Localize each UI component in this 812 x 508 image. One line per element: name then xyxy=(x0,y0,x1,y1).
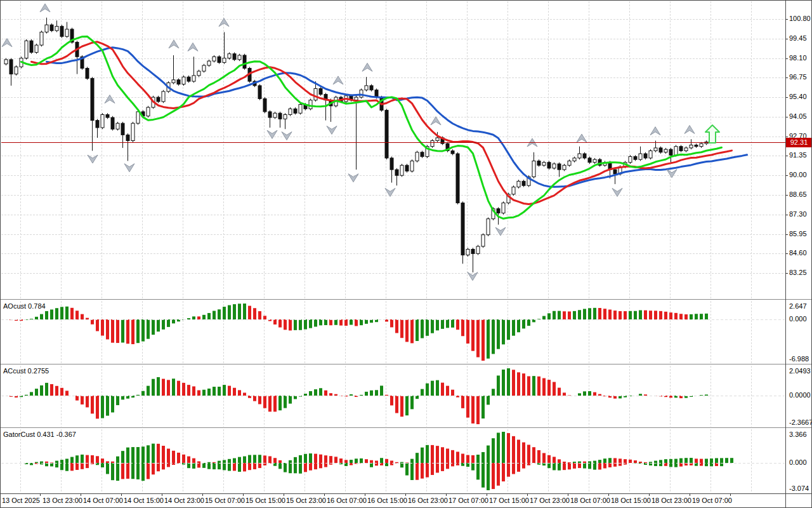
price-tick-label: 88.65 xyxy=(789,190,807,198)
aocust-scale-max: 2.647 xyxy=(789,302,807,310)
chart-canvas[interactable] xyxy=(1,1,812,508)
time-tick-label: 16 Oct 07:00 xyxy=(327,497,367,504)
time-tick-label: 14 Oct 07:00 xyxy=(83,497,123,504)
time-tick-label: 18 Oct 23:00 xyxy=(652,497,691,504)
accust-scale-min: -2.3667 xyxy=(789,418,812,426)
panel-separator xyxy=(1,364,812,364)
time-tick-label: 16 Oct 15:00 xyxy=(367,497,407,504)
time-tick-label: 15 Oct 23:00 xyxy=(286,497,326,504)
time-tick-label: 18 Oct 15:00 xyxy=(611,497,651,504)
time-tick-label: 16 Oct 23:00 xyxy=(408,497,448,504)
aocust-scale-min: -6.988 xyxy=(789,355,809,363)
trading-chart-window: AOcust 0.784 ACcust 0.2755 GatorCust 0.4… xyxy=(0,0,812,508)
time-tick-label: 13 Oct 23:00 xyxy=(43,497,82,504)
price-tick-label: 85.95 xyxy=(789,230,807,237)
price-tick-label: 90.00 xyxy=(789,171,807,178)
price-tick-label: 83.25 xyxy=(789,269,807,276)
price-tick-label: 87.30 xyxy=(789,210,807,218)
time-tick-label: 18 Oct 07:00 xyxy=(570,497,610,504)
price-tick-label: 99.45 xyxy=(789,34,807,42)
time-tick-label: 14 Oct 23:00 xyxy=(164,497,204,504)
panel-separator xyxy=(1,427,812,428)
chart-background xyxy=(1,1,812,508)
price-tick-label: 84.60 xyxy=(789,249,807,257)
price-tick-label: 100.80 xyxy=(789,15,811,22)
time-tick-label: 15 Oct 07:00 xyxy=(205,497,245,504)
price-tick-label: 96.75 xyxy=(789,73,807,81)
time-tick-label: 13 Oct 2025 xyxy=(2,497,40,504)
price-tick-label: 91.35 xyxy=(789,151,807,159)
price-tick-label: 98.10 xyxy=(789,54,807,62)
panel-title-accust: ACcust 0.2755 xyxy=(3,367,49,375)
time-tick-label: 17 Oct 07:00 xyxy=(449,497,488,504)
time-tick-label: 19 Oct 07:00 xyxy=(692,497,732,504)
panel-separator xyxy=(1,299,812,300)
gatorcust-scale-min: -3.074 xyxy=(789,485,809,492)
panel-separator-highlight xyxy=(1,428,812,429)
panel-separator-highlight xyxy=(1,364,812,365)
time-tick-label: 17 Oct 15:00 xyxy=(489,497,529,504)
accust-scale-zero: 0.0000 xyxy=(789,391,811,399)
time-tick-label: 14 Oct 15:00 xyxy=(124,497,164,504)
time-tick-label: 17 Oct 23:00 xyxy=(530,497,570,504)
price-tick-label: 94.05 xyxy=(789,112,807,120)
gatorcust-scale-zero: 0.000 xyxy=(789,458,807,466)
panel-title-gatorcust: GatorCust 0.431 -0.367 xyxy=(3,431,76,438)
panel-separator-highlight xyxy=(1,300,812,300)
gatorcust-scale-max: 3.366 xyxy=(789,431,807,438)
current-price-label: 92.31 xyxy=(786,138,812,147)
time-tick-label: 15 Oct 15:00 xyxy=(246,497,285,504)
accust-scale-max: 2.0493 xyxy=(789,367,811,375)
aocust-scale-zero: 0.000 xyxy=(789,315,807,323)
price-tick-label: 95.40 xyxy=(789,93,807,100)
panel-title-aocust: AOcust 0.784 xyxy=(3,302,46,310)
